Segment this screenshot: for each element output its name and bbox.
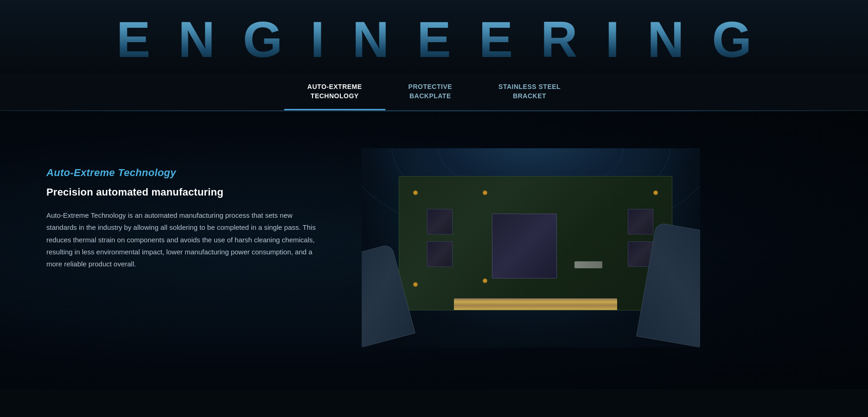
pcb-dot-6 (483, 190, 487, 195)
feature-description: Auto-Extreme Technology is an automated … (46, 209, 325, 270)
feature-subtitle: Precision automated manufacturing (46, 186, 325, 198)
feature-image (362, 148, 700, 348)
gpu-chip (492, 214, 557, 278)
tab-protective-backplate[interactable]: ProtectiveBackplate (385, 74, 475, 110)
tab-stainless-steel-bracket[interactable]: Stainless SteelBracket (475, 74, 584, 110)
main-content: Auto-Extreme Technology Precision automa… (0, 111, 868, 389)
pcb-dot-5 (483, 278, 487, 283)
navigation: Auto-ExtremeTechnology ProtectiveBackpla… (0, 74, 868, 111)
gpu-visual (362, 148, 700, 348)
brand-mark (574, 261, 602, 268)
pcb-dot-1 (413, 190, 418, 195)
memory-chip-1 (427, 209, 453, 234)
gpu-visual-container (362, 148, 700, 348)
feature-text-section: Auto-Extreme Technology Precision automa… (46, 148, 325, 270)
pcb-dot-2 (653, 190, 658, 195)
feature-title-accent: Auto-Extreme Technology (46, 167, 325, 179)
pcb-dot-3 (413, 282, 418, 287)
page-title: ENGINEERING (0, 14, 868, 65)
memory-chip-2 (427, 241, 453, 267)
pcb-board (399, 176, 672, 310)
header: ENGINEERING (0, 0, 868, 74)
pcie-connector (454, 298, 618, 310)
memory-chip-3 (628, 209, 653, 234)
tab-auto-extreme[interactable]: Auto-ExtremeTechnology (284, 74, 385, 110)
